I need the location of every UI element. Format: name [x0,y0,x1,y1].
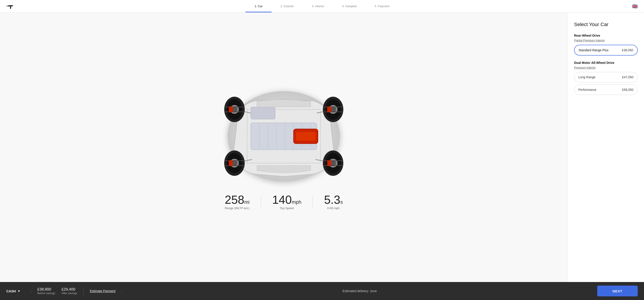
svg-rect-15 [296,132,316,140]
stat-range-label: Range (WLTP est.) [225,206,250,210]
svg-rect-16 [251,107,275,119]
price-before-label: Before savings [37,292,55,295]
car-option-long-range-label: Long Range [578,75,596,79]
svg-rect-48 [327,160,331,166]
stat-range-value: 258 [225,193,244,206]
stat-speed-label: Top Speed [280,206,294,210]
tesla-logo[interactable]: TESLA [6,4,26,9]
payment-type-label: CASH [6,289,16,293]
price-after-label: After savings [62,292,77,295]
nav-step-payment[interactable]: 5. Payment [366,0,398,12]
panel-title: Select Your Car [574,22,638,28]
car-stats: 258mi Range (WLTP est.) 140mph Top Speed… [0,194,568,210]
stat-accel-label: 0-60 mph [327,206,340,210]
stat-range-unit: mi [244,199,249,205]
delivery-text: Estimated delivery: June [122,289,597,293]
nav-step-interior[interactable]: 3. Interior [303,0,333,12]
stat-accel-value: 5.3 [324,193,340,206]
car-image [198,85,369,188]
car-group-awd: Dual Motor All-Wheel Drive Premium Inter… [574,61,638,95]
stat-speed: 140mph Top Speed [261,194,313,210]
price-before-value: £38,900 [37,287,55,292]
language-flag[interactable]: 🇬🇧 [632,4,638,9]
car-visualization-area: 258mi Range (WLTP est.) 140mph Top Speed… [0,12,568,282]
stat-accel-unit: s [340,199,343,205]
stat-range: 258mi Range (WLTP est.) [214,194,261,210]
car-option-long-range-price: £47,050 [622,75,634,79]
car-option-label: Standard Range Plus [578,48,608,52]
nav-step-autopilot[interactable]: 4. Autopilot [333,0,366,12]
payment-type-selector[interactable]: CASH [6,289,31,293]
select-panel: Select Your Car Rear-Wheel Drive Partial… [568,12,644,282]
car-option-performance[interactable]: Performance £56,050 [574,84,638,95]
stat-acceleration: 5.3s 0-60 mph [313,194,354,210]
car-option-performance-price: £56,050 [622,88,634,92]
group-awd-subtitle[interactable]: Premium Interior [574,66,638,69]
car-option-standard-range-plus[interactable]: Standard Range Plus £38,050 [574,45,638,56]
price-after-value: £29,400 [62,287,77,292]
group-rwd-title: Rear-Wheel Drive [574,34,638,37]
car-option-performance-label: Performance [578,88,596,92]
chevron-down-icon [18,290,20,292]
stat-speed-value: 140 [272,193,292,206]
nav-step-car[interactable]: 1. Car [246,0,272,12]
car-option-price: £38,050 [622,48,633,52]
price-after-savings: £29,400 After savings [62,287,77,295]
nav-steps: 1. Car 2. Exterior 3. Interior 4. Autopi… [0,0,644,12]
car-group-rwd: Rear-Wheel Drive Partial Premium Interio… [574,34,638,56]
svg-rect-47 [229,160,233,166]
estimate-payment-link[interactable]: Estimate Payment [84,289,122,293]
price-before-savings: £38,900 Before savings [37,287,55,295]
car-option-long-range[interactable]: Long Range £47,050 [574,72,638,82]
bottom-bar: CASH £38,900 Before savings £29,400 Afte… [0,282,644,300]
price-section: £38,900 Before savings £29,400 After sav… [31,287,84,295]
svg-text:TESLA: TESLA [6,5,12,7]
main-layout: 258mi Range (WLTP est.) 140mph Top Speed… [0,12,644,282]
svg-rect-46 [327,106,331,112]
svg-rect-45 [229,106,233,112]
next-button[interactable]: NEXT [597,286,638,296]
stat-speed-unit: mph [292,199,301,205]
main-nav: TESLA 1. Car 2. Exterior 3. Interior 4. … [0,0,644,12]
group-awd-title: Dual Motor All-Wheel Drive [574,61,638,64]
group-rwd-subtitle[interactable]: Partial Premium Interior [574,39,638,42]
nav-step-exterior[interactable]: 2. Exterior [272,0,303,12]
